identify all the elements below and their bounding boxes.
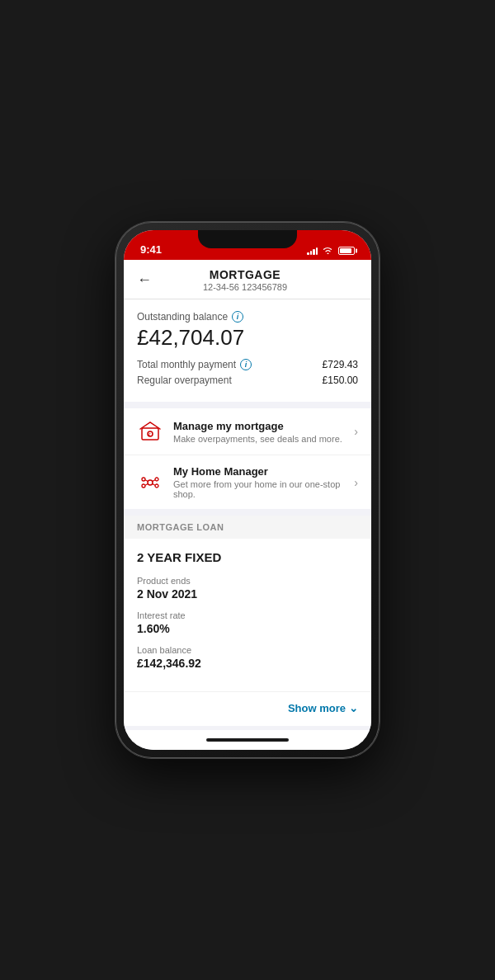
outstanding-balance-label: Outstanding balance (137, 311, 228, 323)
svg-point-5 (155, 478, 158, 481)
loan-balance-value: £142,346.92 (137, 657, 358, 670)
total-monthly-value: £729.43 (323, 359, 358, 370)
interest-rate-field: Interest rate 1.60% (137, 610, 358, 635)
wifi-icon (323, 246, 333, 256)
page-title: MORTGAGE (158, 268, 332, 281)
product-ends-field: Product ends 2 Nov 2021 (137, 576, 358, 601)
regular-overpayment-row: Regular overpayment £150.00 (137, 375, 358, 386)
manage-mortgage-title: Manage my mortgage (173, 420, 354, 432)
regular-overpayment-label: Regular overpayment (137, 375, 232, 386)
monthly-info-icon[interactable]: i (240, 359, 252, 370)
account-number: 12-34-56 123456789 (158, 282, 332, 292)
header-center: MORTGAGE 12-34-56 123456789 (158, 268, 332, 292)
regular-overpayment-value: £150.00 (323, 375, 358, 386)
svg-line-8 (145, 479, 148, 481)
product-ends-label: Product ends (137, 576, 358, 586)
svg-line-9 (153, 479, 155, 481)
loan-section-header: MORTGAGE LOAN (124, 516, 371, 539)
loan-section: MORTGAGE LOAN 2 YEAR FIXED Product ends … (124, 516, 371, 726)
interest-rate-label: Interest rate (137, 610, 358, 620)
content-area: Outstanding balance i £42,704.07 Total m… (124, 299, 371, 730)
manage-mortgage-desc: Make overpayments, see deals and more. (173, 434, 354, 444)
svg-line-10 (145, 483, 148, 485)
manage-mortgage-item[interactable]: £ Manage my mortgage Make overpayments, … (124, 408, 371, 455)
svg-point-6 (142, 484, 145, 488)
total-monthly-row: Total monthly payment i £729.43 (137, 359, 358, 370)
svg-text:£: £ (148, 432, 151, 437)
home-manager-icon (137, 469, 163, 496)
product-ends-value: 2 Nov 2021 (137, 587, 358, 601)
home-manager-chevron: › (354, 476, 358, 489)
chevron-down-icon: ⌄ (349, 702, 358, 714)
home-bar (124, 730, 371, 750)
show-more-button[interactable]: Show more ⌄ (288, 702, 358, 714)
mortgage-manage-icon: £ (137, 418, 163, 445)
home-manager-title: My Home Manager (173, 465, 354, 478)
status-time: 9:41 (140, 243, 162, 256)
loan-type: 2 YEAR FIXED (137, 550, 358, 564)
signal-icon (307, 247, 318, 255)
loan-body: 2 YEAR FIXED Product ends 2 Nov 2021 Int… (124, 539, 371, 691)
loan-balance-field: Loan balance £142,346.92 (137, 645, 358, 670)
svg-line-11 (153, 483, 155, 485)
status-icons (307, 246, 355, 256)
total-monthly-label: Total monthly payment i (137, 359, 252, 370)
interest-rate-value: 1.60% (137, 622, 358, 635)
outstanding-balance-value: £42,704.07 (137, 325, 358, 351)
manage-mortgage-chevron: › (354, 425, 358, 438)
home-manager-text: My Home Manager Get more from your home … (173, 465, 354, 499)
svg-point-3 (148, 480, 153, 485)
actions-section: £ Manage my mortgage Make overpayments, … (124, 408, 371, 509)
outstanding-info-icon[interactable]: i (232, 311, 243, 323)
home-indicator (206, 738, 289, 742)
svg-point-7 (155, 484, 158, 488)
show-more-row: Show more ⌄ (124, 691, 371, 726)
loan-balance-label: Loan balance (137, 645, 358, 655)
battery-icon (338, 247, 355, 255)
manage-mortgage-text: Manage my mortgage Make overpayments, se… (173, 420, 354, 444)
back-button[interactable]: ← (137, 270, 158, 290)
balance-section: Outstanding balance i £42,704.07 Total m… (124, 299, 371, 402)
svg-point-4 (142, 478, 145, 481)
home-manager-item[interactable]: My Home Manager Get more from your home … (124, 455, 371, 509)
page-header: ← MORTGAGE 12-34-56 123456789 (124, 260, 371, 299)
home-manager-desc: Get more from your home in our one-stop … (173, 479, 354, 499)
